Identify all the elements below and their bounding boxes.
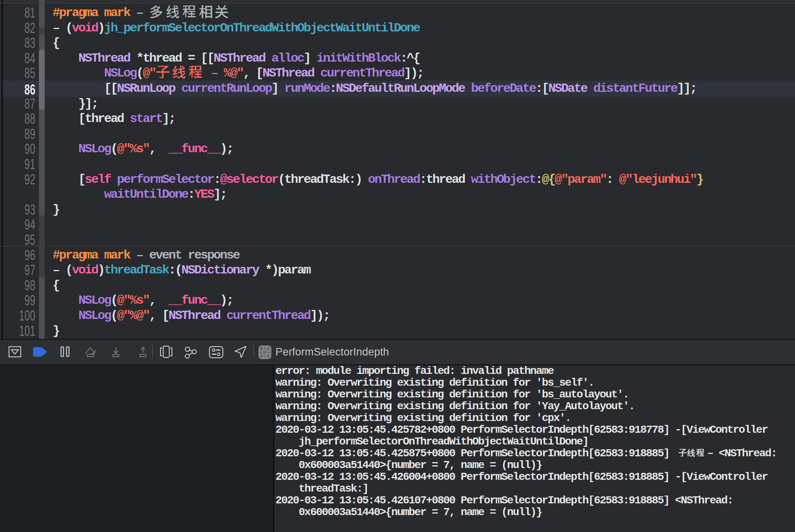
svg-text:PerformSelectorIndepth: PerformSelectorIndepth	[275, 346, 389, 358]
